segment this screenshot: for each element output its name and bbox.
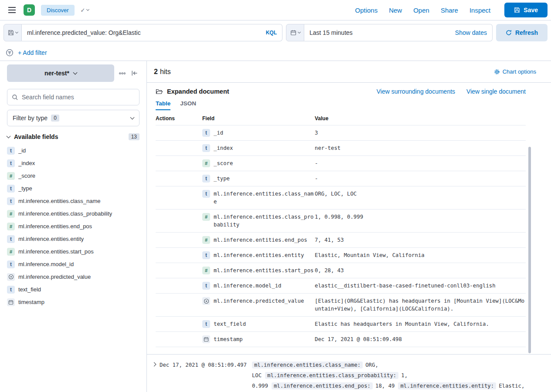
summary-field-value: 18, 49 (375, 383, 395, 389)
breadcrumb-discover[interactable]: Discover (41, 5, 75, 16)
query-bar: KQL Last 15 minutes Show dates Refresh (0, 20, 551, 45)
row-field-name: ml.inference.entities.class_probability (214, 213, 315, 229)
field-item[interactable]: ttext_field (7, 283, 139, 296)
row-field-name: ml.inference.predicted_value (214, 297, 304, 305)
row-actions-cell (156, 263, 202, 278)
annotated-text-field-icon (202, 297, 210, 305)
string-field-icon: t (202, 320, 210, 328)
view-surrounding-documents-link[interactable]: View surrounding documents (377, 88, 455, 95)
string-field-icon: t (7, 185, 15, 193)
field-name: ml.inference.model_id (18, 261, 74, 267)
row-field-value: - (315, 159, 526, 167)
field-name: ml.inference.entities.entity (18, 236, 84, 242)
sidebar-options-button[interactable] (117, 68, 127, 78)
field-name: ml.inference.entities.class_name (18, 198, 101, 204)
row-field-value: - (315, 175, 526, 182)
field-item[interactable]: #ml.inference.entities.start_pos (7, 245, 139, 258)
document-viewer: Expanded document View surrounding docum… (147, 83, 551, 355)
row-actions-cell (156, 248, 202, 263)
row-actions-cell (156, 278, 202, 294)
field-item[interactable]: #ml.inference.entities.class_probability (7, 207, 139, 220)
string-field-icon: t (7, 286, 15, 294)
query-input[interactable] (27, 29, 262, 36)
available-fields-count-badge: 13 (129, 133, 139, 140)
field-item[interactable]: tml.inference.entities.class_name (7, 195, 139, 207)
field-item[interactable]: ml.inference.predicted_value (7, 270, 139, 283)
hamburger-icon (8, 10, 16, 10)
header-nav-link[interactable]: Inspect (469, 7, 490, 14)
field-item[interactable]: t_id (7, 144, 139, 157)
available-fields-header[interactable]: Available fields 13 (7, 133, 139, 140)
field-item[interactable]: t_type (7, 182, 139, 195)
doc-table-row: ml.inference.predicted_value[Elastic](OR… (156, 294, 526, 317)
filter-menu-icon[interactable] (6, 49, 14, 57)
space-avatar[interactable]: D (24, 4, 35, 16)
string-field-icon: t (202, 282, 210, 290)
header-nav-link[interactable]: Open (413, 7, 429, 14)
doc-table-row: #_score- (156, 156, 526, 171)
string-field-icon: t (7, 159, 15, 167)
show-dates-link[interactable]: Show dates (455, 29, 487, 36)
query-language-button[interactable]: KQL (266, 30, 277, 36)
row-actions-cell (156, 332, 202, 347)
row-field-value: ORG, LOC, LOC (315, 190, 526, 198)
row-field-value: 7, 41, 53 (315, 236, 526, 244)
doc-table-row: ttext_fieldElastic has headquarters in M… (156, 317, 526, 332)
row-field-value: Elastic, Mountain View, California (315, 251, 526, 259)
field-item[interactable]: tml.inference.entities.entity (7, 233, 139, 245)
number-field-icon: # (7, 210, 15, 218)
tab-table[interactable]: Table (156, 100, 170, 110)
saved-state-indicator[interactable]: ✓ (81, 7, 89, 14)
chart-options-button[interactable]: Chart options (494, 68, 536, 75)
row-actions-cell (156, 141, 202, 156)
filter-by-type-dropdown[interactable]: Filter by type 0 (7, 110, 139, 126)
doc-table-row: #ml.inference.entities.end_pos7, 41, 53 (156, 233, 526, 248)
collapse-sidebar-button[interactable] (130, 68, 139, 78)
row-actions-cell (156, 210, 202, 233)
field-name: ml.inference.entities.start_pos (18, 248, 94, 255)
doc-table-row: tml.inference.entities.class_nameORG, LO… (156, 186, 526, 210)
string-field-icon: t (202, 175, 210, 182)
row-field-value: Elastic has headquarters in Mountain Vie… (315, 320, 526, 328)
discover-main: 2 hits Chart options Expanded document V… (146, 61, 551, 392)
expand-document-icon[interactable] (152, 362, 156, 367)
menu-button[interactable] (6, 4, 17, 16)
row-field-value: ner-test (315, 144, 526, 152)
field-name: _id (18, 147, 26, 154)
document-row[interactable]: Dec 17, 2021 @ 08:51:09.497 ml.inference… (147, 355, 551, 392)
doc-table-row: t_type- (156, 171, 526, 186)
field-search-input[interactable] (22, 94, 135, 101)
date-picker-menu-button[interactable] (286, 24, 304, 41)
header-nav-link[interactable]: Options (355, 7, 378, 14)
row-actions-cell (156, 156, 202, 171)
save-button[interactable]: Save (504, 3, 548, 17)
doc-viewer-tabs: TableJSON (156, 100, 526, 110)
string-field-icon: t (202, 129, 210, 137)
saved-query-menu-button[interactable] (3, 24, 22, 41)
doc-viewer-title: Expanded document (167, 88, 229, 95)
summary-field-name: ml.inference.entities.class_probability: (265, 372, 398, 379)
chevron-down-icon (15, 30, 18, 34)
field-item[interactable]: tml.inference.model_id (7, 258, 139, 270)
index-pattern-selector[interactable]: ner-test* (7, 64, 114, 82)
header-nav-link[interactable]: Share (441, 7, 458, 14)
field-item[interactable]: t_index (7, 157, 139, 169)
header-nav-link[interactable]: New (389, 7, 402, 14)
save-query-icon (8, 30, 14, 36)
field-item[interactable]: timestamp (7, 296, 139, 308)
refresh-button[interactable]: Refresh (496, 24, 548, 41)
field-item[interactable]: #_score (7, 169, 139, 182)
row-field-name: ml.inference.entities.entity (214, 251, 304, 259)
doc-table-row: t_id3 (156, 125, 526, 141)
row-field-value: 3 (315, 129, 526, 137)
time-range-value[interactable]: Last 15 minutes (310, 29, 353, 36)
vertical-scrollbar[interactable] (528, 147, 531, 353)
doc-table-row: tml.inference.entities.entityElastic, Mo… (156, 248, 526, 263)
tab-json[interactable]: JSON (180, 100, 196, 110)
chevron-down-icon (297, 30, 300, 34)
view-single-document-link[interactable]: View single document (466, 88, 526, 95)
add-filter-link[interactable]: + Add filter (18, 49, 47, 56)
number-field-icon: # (7, 172, 15, 180)
row-actions-cell (156, 186, 202, 210)
field-item[interactable]: #ml.inference.entities.end_pos (7, 220, 139, 233)
